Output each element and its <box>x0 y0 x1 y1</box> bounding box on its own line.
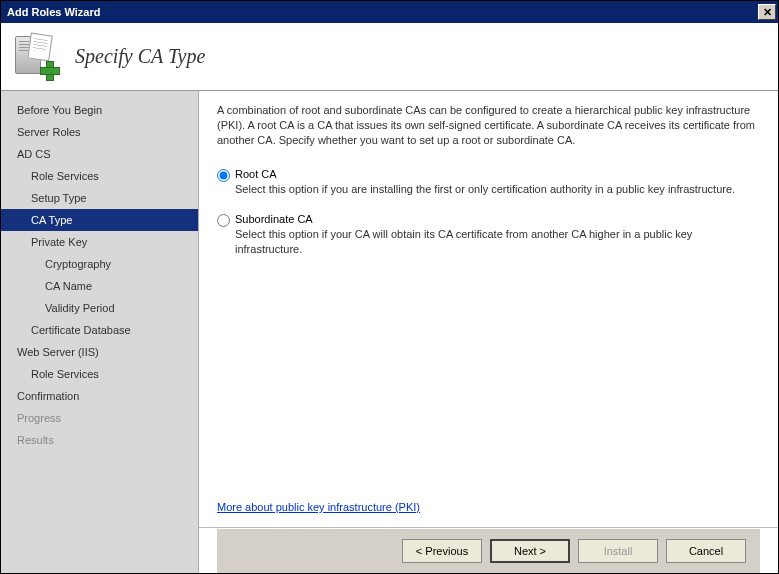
install-button: Install <box>578 539 658 563</box>
option-subordinate-ca[interactable]: Subordinate CA Select this option if you… <box>217 213 760 257</box>
wizard-body: Before You BeginServer RolesAD CSRole Se… <box>1 91 778 573</box>
radio-root-ca[interactable] <box>217 169 230 182</box>
sidebar-item-certificate-database[interactable]: Certificate Database <box>1 319 198 341</box>
wizard-window: Add Roles Wizard ✕ Specify CA Type Befor… <box>0 0 779 574</box>
cancel-button[interactable]: Cancel <box>666 539 746 563</box>
sidebar-item-role-services[interactable]: Role Services <box>1 363 198 385</box>
option-title: Subordinate CA <box>235 213 760 225</box>
sidebar-item-ca-type[interactable]: CA Type <box>1 209 198 231</box>
document-icon <box>27 32 52 61</box>
page-title: Specify CA Type <box>75 45 205 68</box>
close-button[interactable]: ✕ <box>758 4 776 20</box>
sidebar-item-ad-cs[interactable]: AD CS <box>1 143 198 165</box>
sidebar-item-progress: Progress <box>1 407 198 429</box>
sidebar-item-validity-period[interactable]: Validity Period <box>1 297 198 319</box>
wizard-sidebar: Before You BeginServer RolesAD CSRole Se… <box>1 91 199 573</box>
sidebar-item-before-you-begin[interactable]: Before You Begin <box>1 99 198 121</box>
wizard-footer: < Previous Next > Install Cancel <box>217 528 760 573</box>
option-title: Root CA <box>235 168 760 180</box>
sidebar-item-server-roles[interactable]: Server Roles <box>1 121 198 143</box>
radio-subordinate-ca[interactable] <box>217 214 230 227</box>
sidebar-item-results: Results <box>1 429 198 451</box>
option-desc: Select this option if your CA will obtai… <box>235 227 760 257</box>
wizard-header: Specify CA Type <box>1 23 778 91</box>
sidebar-item-setup-type[interactable]: Setup Type <box>1 187 198 209</box>
close-icon: ✕ <box>763 6 772 19</box>
content-description: A combination of root and subordinate CA… <box>217 103 760 148</box>
more-info-link[interactable]: More about public key infrastructure (PK… <box>217 501 760 513</box>
sidebar-item-private-key[interactable]: Private Key <box>1 231 198 253</box>
sidebar-item-web-server-iis-[interactable]: Web Server (IIS) <box>1 341 198 363</box>
sidebar-item-confirmation[interactable]: Confirmation <box>1 385 198 407</box>
wizard-header-icon <box>15 36 57 78</box>
title-bar: Add Roles Wizard ✕ <box>1 1 778 23</box>
option-desc: Select this option if you are installing… <box>235 182 760 197</box>
previous-button[interactable]: < Previous <box>402 539 482 563</box>
window-title: Add Roles Wizard <box>7 6 758 18</box>
sidebar-item-role-services[interactable]: Role Services <box>1 165 198 187</box>
sidebar-item-cryptography[interactable]: Cryptography <box>1 253 198 275</box>
option-root-ca[interactable]: Root CA Select this option if you are in… <box>217 168 760 197</box>
sidebar-item-ca-name[interactable]: CA Name <box>1 275 198 297</box>
next-button[interactable]: Next > <box>490 539 570 563</box>
plus-icon <box>39 60 59 80</box>
wizard-content: A combination of root and subordinate CA… <box>199 91 778 573</box>
